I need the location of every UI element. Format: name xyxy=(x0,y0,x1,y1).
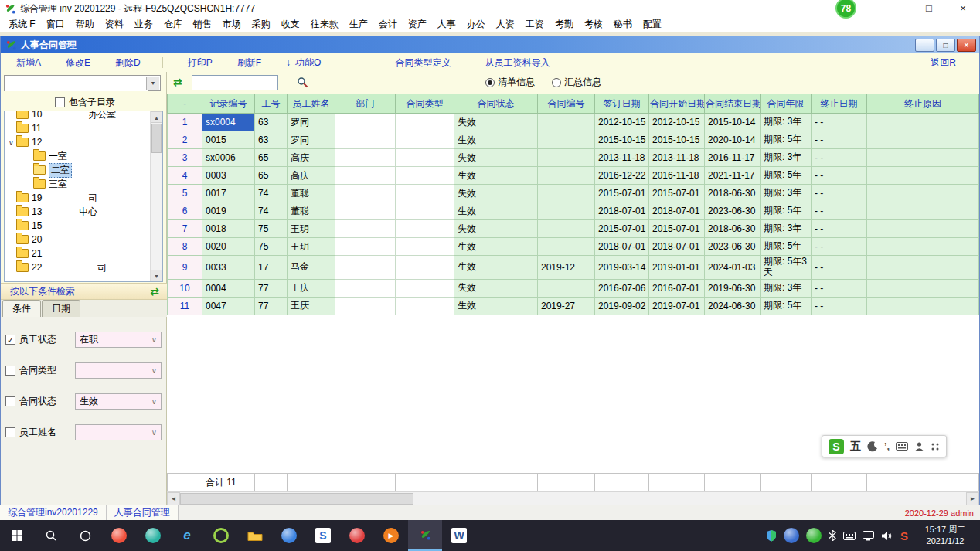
taskbar-app-qq[interactable] xyxy=(111,528,127,543)
status-tab-contract[interactable]: 人事合同管理 xyxy=(107,505,179,520)
tree-item[interactable]: 20 xyxy=(5,233,162,247)
scrollbar-track[interactable] xyxy=(180,492,966,505)
taskbar-app-sogou[interactable]: S xyxy=(306,520,340,551)
column-header[interactable]: 工号 xyxy=(255,94,288,114)
swap-icon[interactable]: ⇄ xyxy=(173,76,182,88)
taskbar-app-security[interactable] xyxy=(204,520,238,551)
taskbar-app-ie[interactable]: e xyxy=(183,528,190,543)
tree-item[interactable]: 13 中心 xyxy=(5,205,162,219)
tab-condition[interactable]: 条件 xyxy=(2,300,41,317)
tray-defender-icon[interactable] xyxy=(766,529,777,542)
quick-search-input[interactable] xyxy=(192,75,278,90)
tray-volume-icon[interactable] xyxy=(881,531,893,541)
menu-item[interactable]: 考勤 xyxy=(550,18,579,31)
tray-ime-icon[interactable] xyxy=(843,532,856,540)
tree-item[interactable]: 22 司 xyxy=(5,260,162,274)
taskbar-app-qq[interactable] xyxy=(102,520,136,551)
menu-item[interactable]: 帮助 xyxy=(70,18,100,31)
menu-item[interactable]: 资料 xyxy=(100,18,129,31)
taskbar-app-zonghe[interactable] xyxy=(420,529,431,541)
column-header[interactable]: 部门 xyxy=(335,94,396,114)
close-button[interactable]: × xyxy=(946,0,980,17)
menu-item[interactable]: 采购 xyxy=(247,18,276,31)
table-row[interactable]: 1sx000463罗同失效2012-10-152012-10-152015-10… xyxy=(168,114,979,131)
table-row[interactable]: 9003317马金生效2019-122019-03-142019-01-0120… xyxy=(168,256,979,280)
tab-date[interactable]: 日期 xyxy=(42,300,80,317)
chevron-down-icon[interactable]: ∨ xyxy=(151,366,157,375)
menu-item[interactable]: 会计 xyxy=(373,18,403,31)
tree-item[interactable]: 三室 xyxy=(5,177,162,191)
taskbar-app-ie[interactable]: e xyxy=(170,520,204,551)
menu-item[interactable]: 人事 xyxy=(432,18,461,31)
scroll-right-icon[interactable]: ► xyxy=(966,492,979,505)
contract-type-define-button[interactable]: 合同类型定义 xyxy=(395,56,451,70)
task-view-button[interactable] xyxy=(79,529,92,542)
taskbar-app-explorer[interactable] xyxy=(247,529,263,542)
taskbar-app-word[interactable]: W xyxy=(442,520,476,551)
ime-toolbar[interactable]: S 五 ’, xyxy=(822,435,947,457)
swap-icon[interactable]: ⇄ xyxy=(150,285,159,298)
tray-status-icon[interactable] xyxy=(806,528,822,543)
task-view-button-slot[interactable] xyxy=(68,520,102,551)
column-header[interactable]: 合同结束日期 xyxy=(705,94,761,114)
radio-option[interactable]: 汇总信息 xyxy=(552,76,601,89)
ime-logo-icon[interactable]: S xyxy=(829,439,844,454)
start-button[interactable] xyxy=(11,529,23,542)
tray-remote-icon[interactable] xyxy=(784,528,799,543)
edit-button[interactable]: 修改E xyxy=(66,56,90,70)
menu-item[interactable]: 配置 xyxy=(638,18,667,31)
tray-display-icon[interactable] xyxy=(863,531,874,541)
start-button-slot[interactable] xyxy=(0,520,34,551)
inner-minimize-button[interactable]: _ xyxy=(915,39,934,52)
search-icon[interactable] xyxy=(297,77,308,90)
menu-item[interactable]: 窗口 xyxy=(41,18,70,31)
chevron-down-icon[interactable]: ∨ xyxy=(151,335,157,344)
condition-checkbox[interactable] xyxy=(5,396,15,406)
tray-sogou-icon[interactable]: S xyxy=(900,529,908,542)
tree-item[interactable]: 19 司 xyxy=(5,191,162,205)
inner-maximize-button[interactable]: □ xyxy=(936,39,955,52)
condition-checkbox[interactable]: ✓ xyxy=(5,335,15,345)
condition-combo[interactable]: ∨ xyxy=(75,362,162,379)
inner-close-button[interactable]: × xyxy=(957,39,976,52)
column-header[interactable]: 合同编号 xyxy=(538,94,595,114)
taskbar-app-lenovo[interactable] xyxy=(349,528,365,543)
taskbar-app-zonghe[interactable] xyxy=(408,520,442,551)
tray-bluetooth-icon[interactable] xyxy=(829,530,836,541)
include-subdir-checkbox[interactable] xyxy=(55,97,65,107)
taskbar-app-feiq[interactable] xyxy=(145,528,161,543)
menu-item[interactable]: 考核 xyxy=(579,18,608,31)
taskbar-clock[interactable]: 15:17 周二 2021/1/12 xyxy=(915,524,975,547)
column-header[interactable]: 员工姓名 xyxy=(288,94,335,114)
tree-scrollbar[interactable]: ▲ ▼ xyxy=(150,111,162,281)
ime-person-icon[interactable] xyxy=(914,441,924,451)
column-header[interactable]: 合同类型 xyxy=(396,94,454,114)
directory-filter-input[interactable] xyxy=(5,77,148,91)
menu-item[interactable]: 仓库 xyxy=(158,18,188,31)
taskbar-app-feiq[interactable] xyxy=(136,520,170,551)
ime-keyboard-icon[interactable] xyxy=(896,442,908,451)
menu-item[interactable]: 资产 xyxy=(403,18,432,31)
column-header[interactable]: 记录编号 xyxy=(202,94,255,114)
menu-item[interactable]: 市场 xyxy=(217,18,247,31)
ime-mode-label[interactable]: 五 xyxy=(850,440,861,454)
taskbar-app-player[interactable]: ▶ xyxy=(383,528,399,543)
chevron-down-icon[interactable]: ∨ xyxy=(151,397,157,406)
scroll-down-icon[interactable]: ▼ xyxy=(151,270,162,281)
delete-button[interactable]: 删除D xyxy=(115,56,141,70)
tree-item[interactable]: 10 办公室 xyxy=(5,111,162,121)
taskbar-app-sogou[interactable]: S xyxy=(315,528,331,543)
table-row[interactable]: 3sx000665高庆失效2013-11-182013-11-182016-11… xyxy=(168,149,979,167)
table-row[interactable]: 11004777王庆生效2019-272019-09-022019-07-012… xyxy=(168,297,979,315)
taskbar-app-browser[interactable] xyxy=(281,528,297,543)
table-row[interactable]: 5001774董聪失效2015-07-012015-07-012018-06-3… xyxy=(168,185,979,202)
column-header[interactable]: 签订日期 xyxy=(595,94,649,114)
ime-moon-icon[interactable] xyxy=(867,441,878,452)
function-button[interactable]: 功能O xyxy=(295,56,321,70)
tree-item[interactable]: 11 xyxy=(5,121,162,135)
menu-item[interactable]: 办公 xyxy=(461,18,491,31)
maximize-button[interactable]: □ xyxy=(912,0,946,17)
table-row[interactable]: 7001875王玥失效2015-07-012015-07-012018-06-3… xyxy=(168,220,979,238)
list-info-radio[interactable] xyxy=(485,78,495,87)
table-row[interactable]: 8002075王玥生效2018-07-012018-07-012023-06-3… xyxy=(168,238,979,256)
